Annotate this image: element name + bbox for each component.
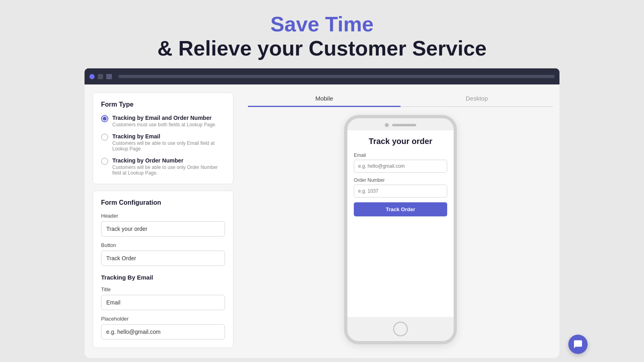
form-config-section: Form Configuration Header Button Trackin… xyxy=(93,191,233,348)
view-tabs: Mobile Desktop xyxy=(248,91,553,107)
phone-speaker xyxy=(392,124,416,126)
header-input[interactable] xyxy=(101,221,225,237)
radio-order[interactable] xyxy=(101,158,108,165)
chat-icon xyxy=(573,339,583,349)
header-field-label: Header xyxy=(101,213,225,219)
button-input[interactable] xyxy=(101,251,225,266)
radio-inner-dot xyxy=(103,117,107,121)
phone-camera xyxy=(385,123,389,127)
radio-email-label: Tracking by Email xyxy=(112,133,225,140)
form-type-section: Form Type Tracking by Email and Order Nu… xyxy=(93,93,233,184)
browser-dot-red xyxy=(89,74,95,79)
chat-bubble-button[interactable] xyxy=(568,335,588,354)
phone-email-label: Email xyxy=(354,152,447,158)
radio-option-email[interactable]: Tracking by Email Customers will be able… xyxy=(101,133,225,152)
form-config-title: Form Configuration xyxy=(101,199,225,206)
radio-email-and-order-desc: Customers must use both fields at Lookup… xyxy=(112,122,217,128)
radio-order-desc: Customers will be able to use only Order… xyxy=(112,165,225,176)
tab-mobile[interactable]: Mobile xyxy=(248,91,400,107)
title-field-label: Title xyxy=(101,286,225,292)
hero-title-line2: & Relieve your Customer Service xyxy=(157,36,487,60)
hero-section: Save Time & Relieve your Customer Servic… xyxy=(157,0,487,68)
phone-mockup: Track your order Email Order Number Trac… xyxy=(344,115,457,344)
browser-topbar xyxy=(85,68,559,84)
title-input[interactable] xyxy=(101,295,225,310)
browser-address-bar xyxy=(118,75,555,78)
radio-option-order[interactable]: Tracking by Order Number Customers will … xyxy=(101,157,225,176)
phone-home-button[interactable] xyxy=(393,322,408,336)
phone-form-title: Track your order xyxy=(354,137,447,146)
phone-email-input[interactable] xyxy=(354,160,447,173)
phone-screen: Track your order Email Order Number Trac… xyxy=(347,130,454,317)
radio-email-and-order[interactable] xyxy=(101,115,108,122)
phone-home-area xyxy=(393,317,408,341)
hero-title-line1: Save Time xyxy=(157,12,487,36)
phone-order-input[interactable] xyxy=(354,185,447,197)
browser-dot-green xyxy=(106,74,112,79)
placeholder-field-label: Placeholder xyxy=(101,316,225,322)
radio-email-and-order-label: Tracking by Email and Order Number xyxy=(112,115,217,121)
phone-track-button[interactable]: Track Order xyxy=(354,202,447,216)
radio-email-and-order-text: Tracking by Email and Order Number Custo… xyxy=(112,115,217,128)
browser-window: Form Type Tracking by Email and Order Nu… xyxy=(85,68,559,358)
form-type-title: Form Type xyxy=(101,101,225,108)
left-panel: Form Type Tracking by Email and Order Nu… xyxy=(85,84,242,358)
radio-email[interactable] xyxy=(101,134,108,141)
radio-email-desc: Customers will be able to use only Email… xyxy=(112,140,225,152)
radio-option-email-and-order[interactable]: Tracking by Email and Order Number Custo… xyxy=(101,115,225,128)
radio-order-text: Tracking by Order Number Customers will … xyxy=(112,157,225,176)
browser-dot-yellow xyxy=(98,74,103,79)
phone-speaker-area xyxy=(385,118,416,130)
button-field-label: Button xyxy=(101,242,225,248)
right-panel: Mobile Desktop Track your order Email Or… xyxy=(242,84,559,358)
tracking-email-subtitle: Tracking By Email xyxy=(101,274,225,281)
placeholder-input[interactable] xyxy=(101,324,225,339)
browser-content: Form Type Tracking by Email and Order Nu… xyxy=(85,84,559,358)
radio-order-label: Tracking by Order Number xyxy=(112,157,225,164)
radio-email-text: Tracking by Email Customers will be able… xyxy=(112,133,225,152)
phone-order-label: Order Number xyxy=(354,177,447,183)
tab-desktop[interactable]: Desktop xyxy=(400,91,553,106)
